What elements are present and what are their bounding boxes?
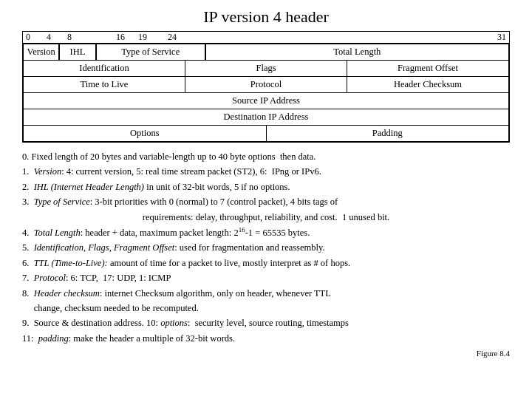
desc-11: 11: padding: make the header a multiple … — [22, 332, 510, 346]
ruler-8: 8 — [67, 32, 72, 43]
desc-4: 4. Total Length: header + data, maximum … — [22, 225, 510, 241]
row-options: Options Padding — [23, 126, 509, 142]
cell-options: Options — [24, 126, 266, 141]
desc-6: 6. TTL (Time-to-Live): amount of time fo… — [22, 256, 510, 270]
cell-tos: Type of Service — [96, 44, 205, 61]
desc-2: 2. IHL (Internet Header Length) in unit … — [22, 180, 510, 194]
page-title: IP version 4 header — [22, 7, 510, 27]
cell-ihl: IHL — [59, 44, 95, 61]
row-source-ip: Source IP Address — [23, 93, 509, 109]
desc-1: 1. Version: 4: current version, 5: real … — [22, 165, 510, 179]
cell-ttl: Time to Live — [24, 77, 185, 92]
cell-padding: Padding — [266, 126, 509, 141]
cell-protocol: Protocol — [185, 77, 347, 92]
cell-header-checksum: Header Checksum — [347, 77, 508, 92]
description: 0. Fixed length of 20 bytes and variable… — [22, 150, 510, 346]
desc-3b: requirements: delay, throughput, reliabi… — [22, 211, 510, 225]
desc-9: 9. Source & destination address. 10: opt… — [22, 316, 510, 330]
desc-0: 0. Fixed length of 20 bytes and variable… — [22, 150, 510, 164]
bit-ruler: 0 4 8 16 19 24 31 — [23, 32, 509, 44]
row-1: Version IHL Type of Service Total Length — [23, 44, 509, 61]
desc-7: 7. Protocol: 6: TCP, 17: UDP, 1: ICMP — [22, 271, 510, 285]
ruler-19: 19 — [138, 32, 147, 43]
desc-3: 3. Type of Service: 3-bit priorities wit… — [22, 195, 510, 209]
figure-label: Figure 8.4 — [22, 349, 510, 358]
ruler-24: 24 — [168, 32, 177, 43]
row-dest-ip: Destination IP Address — [23, 109, 509, 126]
ruler-31: 31 — [497, 32, 506, 43]
ruler-16: 16 — [116, 32, 125, 43]
cell-total-length: Total Length — [205, 44, 509, 61]
ruler-0: 0 — [26, 32, 30, 43]
desc-5: 5. Identification, Flags, Fragment Offse… — [22, 241, 510, 255]
desc-8: 8. Header checksum: internet Checksum al… — [22, 287, 510, 301]
page: IP version 4 header 0 4 8 16 19 24 31 Ve… — [0, 0, 532, 365]
row-2: Identification Flags Fragment Offset — [23, 61, 509, 77]
header-diagram: 0 4 8 16 19 24 31 Version IHL Type of Se… — [22, 31, 510, 143]
desc-8b: change, checksum needed to be recomputed… — [22, 301, 510, 316]
cell-flags: Flags — [185, 61, 347, 76]
cell-fragment-offset: Fragment Offset — [347, 61, 508, 76]
cell-identification: Identification — [24, 61, 185, 76]
cell-version: Version — [23, 44, 59, 61]
row-3: Time to Live Protocol Header Checksum — [23, 77, 509, 93]
ruler-4: 4 — [47, 32, 51, 43]
